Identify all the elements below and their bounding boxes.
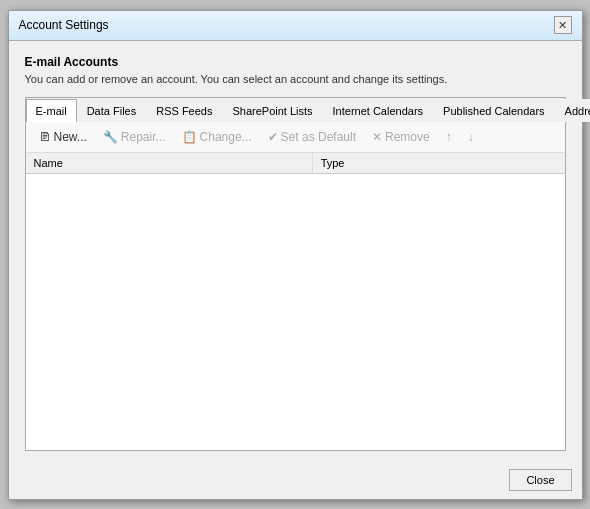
tabs-container: E-mail Data Files RSS Feeds SharePoint L…: [25, 97, 566, 451]
remove-icon: ✕: [372, 130, 382, 144]
accounts-table: Name Type: [26, 153, 565, 174]
repair-button[interactable]: 🔧 Repair...: [96, 127, 173, 147]
table-header-row: Name Type: [26, 153, 565, 174]
tab-email[interactable]: E-mail: [26, 99, 77, 122]
check-icon: ✔: [268, 130, 278, 144]
repair-label: Repair...: [121, 130, 166, 144]
new-icon: 🖹: [39, 130, 51, 144]
new-label: New...: [54, 130, 87, 144]
set-default-label: Set as Default: [281, 130, 356, 144]
close-button[interactable]: Close: [509, 469, 571, 491]
column-name: Name: [26, 153, 313, 174]
change-label: Change...: [200, 130, 252, 144]
section-title: E-mail Accounts: [25, 55, 566, 69]
tabs-bar: E-mail Data Files RSS Feeds SharePoint L…: [26, 98, 565, 122]
change-icon: 📋: [182, 130, 197, 144]
accounts-table-area: Name Type: [26, 153, 565, 450]
title-bar: Account Settings ✕: [9, 11, 582, 41]
toolbar: 🖹 New... 🔧 Repair... 📋 Change... ✔ Set a…: [26, 122, 565, 153]
up-icon: ↑: [446, 130, 452, 144]
tab-address-books[interactable]: Address Books: [555, 99, 590, 122]
move-up-button[interactable]: ↑: [439, 127, 459, 147]
tab-sharepoint-lists[interactable]: SharePoint Lists: [222, 99, 322, 122]
new-button[interactable]: 🖹 New...: [32, 127, 94, 147]
move-down-button[interactable]: ↓: [461, 127, 481, 147]
tab-rss-feeds[interactable]: RSS Feeds: [146, 99, 222, 122]
account-settings-dialog: Account Settings ✕ E-mail Accounts You c…: [8, 10, 583, 500]
set-default-button[interactable]: ✔ Set as Default: [261, 127, 363, 147]
tab-published-calendars[interactable]: Published Calendars: [433, 99, 555, 122]
dialog-title: Account Settings: [19, 18, 109, 32]
down-icon: ↓: [468, 130, 474, 144]
change-button[interactable]: 📋 Change...: [175, 127, 259, 147]
remove-label: Remove: [385, 130, 430, 144]
dialog-content: E-mail Accounts You can add or remove an…: [9, 41, 582, 461]
repair-icon: 🔧: [103, 130, 118, 144]
column-type: Type: [312, 153, 564, 174]
remove-button[interactable]: ✕ Remove: [365, 127, 437, 147]
dialog-footer: Close: [9, 461, 582, 499]
tab-data-files[interactable]: Data Files: [77, 99, 147, 122]
section-desc: You can add or remove an account. You ca…: [25, 73, 566, 85]
dialog-close-button[interactable]: ✕: [554, 16, 572, 34]
tab-internet-calendars[interactable]: Internet Calendars: [323, 99, 434, 122]
